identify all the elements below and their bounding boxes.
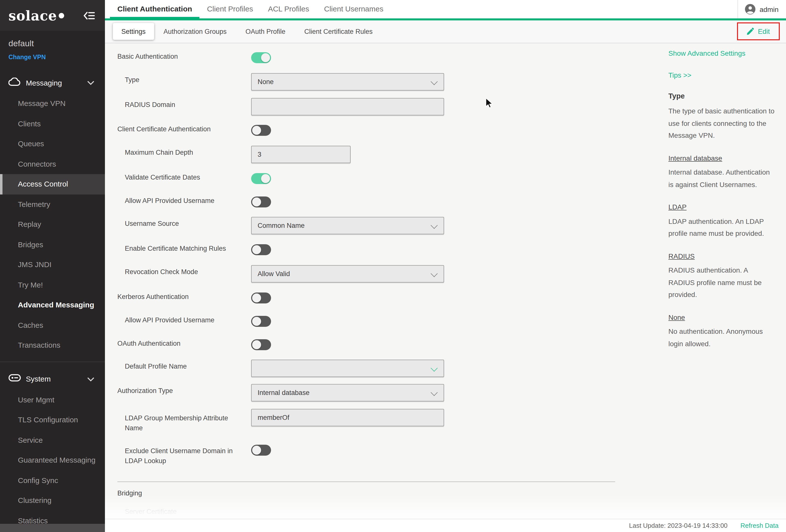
tips-term-none: None — [668, 311, 685, 323]
client-certificate-authentication-toggle[interactable] — [251, 125, 271, 136]
tips-term-ldap: LDAP — [668, 201, 687, 213]
chevron-down-icon — [431, 270, 438, 277]
show-advanced-settings-link[interactable]: Show Advanced Settings — [668, 49, 776, 57]
toggle-knob — [252, 446, 261, 455]
field-label-validate-certificate-dates: Validate Certificate Dates — [125, 172, 246, 182]
sidebar-section-messaging[interactable]: Messaging — [0, 72, 105, 94]
tab-client-profiles[interactable]: Client Profiles — [200, 0, 261, 18]
sidebar-item-access-control[interactable]: Access Control — [0, 174, 105, 194]
sidebar-item-bridges[interactable]: Bridges — [0, 234, 105, 255]
chevron-down-icon — [431, 365, 438, 372]
revocation-check-mode-value: Allow Valid — [258, 270, 290, 278]
ldap-group-membership-attribute-name-input[interactable]: memberOf — [251, 409, 444, 426]
field-label-kerberos-authentication: Kerberos Authentication — [117, 292, 239, 302]
tips-term-internal-database: Internal database — [668, 152, 722, 164]
sidebar-item-advanced-messaging[interactable]: Advanced Messaging — [0, 295, 105, 315]
tips-heading: Type — [668, 92, 776, 100]
solace-broker-manager: solace default Change VPN Messaging Mess… — [0, 0, 786, 532]
authorization-type-select[interactable]: Internal database — [251, 384, 444, 401]
sidebar-item-jms-jndi[interactable]: JMS JNDI — [0, 255, 105, 275]
sidebar-item-replay[interactable]: Replay — [0, 214, 105, 234]
vpn-name: default — [8, 39, 96, 49]
username-label: admin — [760, 5, 779, 13]
change-vpn-link[interactable]: Change VPN — [8, 54, 96, 61]
sidebar-item-caches[interactable]: Caches — [0, 315, 105, 335]
sidebar-item-try-me[interactable]: Try Me! — [0, 275, 105, 295]
user-menu[interactable]: admin — [738, 0, 786, 18]
subtab-oauth-profile[interactable]: OAuth Profile — [236, 28, 295, 35]
tips-desc-none: No authentication. Anonymous login allow… — [668, 325, 776, 350]
sidebar-item-queues[interactable]: Queues — [0, 134, 105, 154]
tab-client-authentication[interactable]: Client Authentication — [110, 0, 200, 18]
sidebar-section-label: System — [26, 374, 51, 383]
validate-certificate-dates-toggle[interactable] — [251, 173, 271, 184]
field-label-allow-api-provided-username: Allow API Provided Username — [125, 196, 246, 206]
tips-intro: The type of basic authentication to use … — [668, 105, 776, 141]
tips-desc-ldap: LDAP authentication. An LDAP profile nam… — [668, 215, 776, 239]
section-divider — [117, 482, 615, 482]
sidebar-item-user-mgmt[interactable]: User Mgmt — [0, 390, 105, 410]
sidebar-item-transactions[interactable]: Transactions — [0, 335, 105, 355]
solace-logo-dot — [59, 13, 64, 18]
avatar-icon — [745, 4, 756, 15]
oauth-authentication-toggle[interactable] — [251, 339, 271, 350]
field-label-revocation-check-mode: Revocation Check Mode — [125, 267, 246, 277]
radius-domain-input[interactable] — [251, 98, 444, 115]
sidebar-collapse-icon[interactable] — [84, 11, 95, 20]
toggle-knob — [252, 294, 261, 302]
default-profile-name-select[interactable] — [251, 360, 444, 377]
sidebar-section-label: Messaging — [26, 78, 62, 87]
field-label-default-profile-name: Default Profile Name — [125, 362, 246, 371]
edit-button[interactable]: Edit — [746, 27, 770, 35]
sidebar-item-config-sync[interactable]: Config Sync — [0, 470, 105, 490]
sidebar-item-connectors[interactable]: Connectors — [0, 154, 105, 174]
tips-desc-radius: RADIUS authentication. A RADIUS profile … — [668, 264, 776, 301]
settings-form: Basic Authentication Type None RADIUS Do… — [0, 0, 786, 532]
basic-authentication-toggle[interactable] — [251, 52, 271, 63]
status-footer: Last Update: 2023-04-19 14:33:00 Refresh… — [105, 519, 786, 532]
pencil-icon — [746, 27, 755, 35]
enable-certificate-matching-rules-toggle[interactable] — [251, 244, 271, 255]
username-source-value: Common Name — [258, 222, 305, 229]
sidebar-item-clustering[interactable]: Clustering — [0, 490, 105, 511]
maximum-chain-depth-input[interactable]: 3 — [251, 146, 351, 163]
toggle-knob — [252, 340, 261, 349]
sidebar-item-clients[interactable]: Clients — [0, 114, 105, 134]
sidebar-item-guaranteed-messaging[interactable]: Guaranteed Messaging — [0, 450, 105, 470]
subtab-bar: Settings Authorization Groups OAuth Prof… — [105, 20, 786, 43]
field-label-enable-certificate-matching-rules: Enable Certificate Matching Rules — [125, 244, 246, 253]
field-label-radius-domain: RADIUS Domain — [125, 100, 246, 110]
subtab-client-certificate-rules[interactable]: Client Certificate Rules — [295, 28, 382, 35]
revocation-check-mode-select[interactable]: Allow Valid — [251, 265, 444, 282]
subtab-authorization-groups[interactable]: Authorization Groups — [154, 28, 236, 35]
kerberos-allow-api-provided-username-toggle[interactable] — [251, 316, 271, 327]
username-source-select[interactable]: Common Name — [251, 217, 444, 234]
subtab-settings[interactable]: Settings — [113, 23, 154, 40]
field-label-client-certificate-authentication: Client Certificate Authentication — [117, 124, 239, 134]
annotation-highlight-box: Edit — [737, 22, 780, 40]
field-label-authorization-type: Authorization Type — [117, 386, 239, 396]
sidebar-item-service[interactable]: Service — [0, 430, 105, 450]
sidebar-item-telemetry[interactable]: Telemetry — [0, 194, 105, 214]
exclude-client-username-domain-toggle[interactable] — [251, 445, 271, 456]
sidebar-section-system[interactable]: System — [0, 368, 105, 390]
toggle-knob — [252, 126, 261, 135]
sidebar-item-message-vpn[interactable]: Message VPN — [0, 94, 105, 114]
kerberos-authentication-toggle[interactable] — [251, 293, 271, 303]
allow-api-provided-username-toggle[interactable] — [251, 196, 271, 207]
sidebar-divider — [0, 362, 105, 362]
sidebar-item-tls-configuration[interactable]: TLS Configuration — [0, 410, 105, 430]
last-update-label: Last Update: 2023-04-19 14:33:00 — [629, 522, 727, 530]
system-icon — [8, 374, 21, 384]
chevron-down-icon — [88, 78, 94, 87]
tab-client-usernames[interactable]: Client Usernames — [317, 0, 391, 18]
refresh-data-link[interactable]: Refresh Data — [740, 522, 779, 530]
tips-link[interactable]: Tips >> — [668, 71, 776, 79]
tab-acl-profiles[interactable]: ACL Profiles — [261, 0, 317, 18]
field-label-basic-authentication: Basic Authentication — [117, 52, 239, 62]
type-select[interactable]: None — [251, 73, 444, 91]
sidebar: solace default Change VPN Messaging Mess… — [0, 0, 105, 532]
toggle-knob — [252, 317, 261, 326]
content-fade-overlay — [105, 495, 786, 519]
chevron-down-icon — [88, 374, 94, 383]
